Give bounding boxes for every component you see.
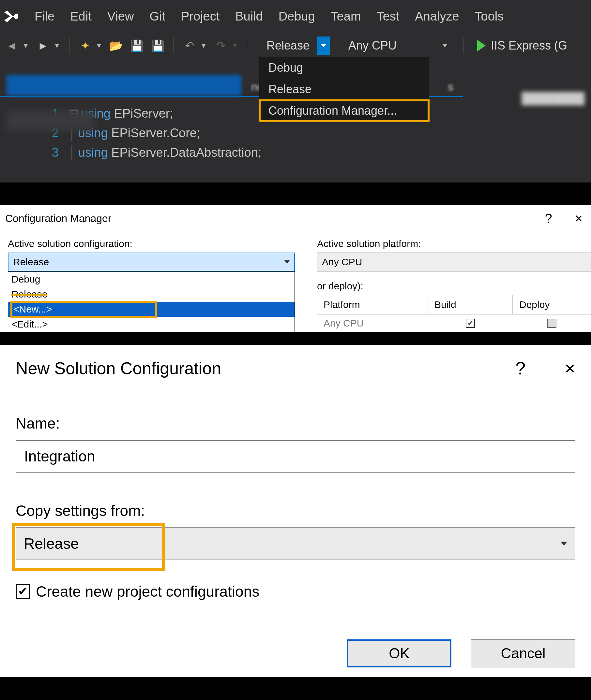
name-label: Name: [16,414,575,432]
dropdown-item-config-manager[interactable]: Configuration Manager... [259,100,429,122]
run-target-label: IIS Express (G [491,39,567,53]
menu-team[interactable]: Team [331,9,361,23]
solution-platform-selector[interactable]: Any CPU [341,36,455,55]
menu-build[interactable]: Build [235,9,263,23]
chevron-down-icon[interactable]: ▼ [54,42,61,50]
col-deploy[interactable]: Deploy [513,295,591,314]
code-text: EPiServer.Core; [108,126,200,140]
redo-icon[interactable]: ↷ [214,38,228,53]
solution-config-dropdown: Debug Release Configuration Manager... [259,57,429,122]
dialog-title: New Solution Configuration [16,359,221,378]
undo-icon[interactable]: ↶ [182,38,197,53]
copy-from-value: Release [24,535,79,552]
list-item-new[interactable]: <New...> [8,302,294,317]
new-item-icon[interactable]: ✦ [78,38,92,53]
tab-text-truncated: s [448,80,453,96]
dropdown-item-release[interactable]: Release [259,79,429,100]
chevron-down-icon[interactable]: ▼ [95,42,103,50]
toolbar: ◄ ▼ ► ▼ ✦ ▼ 📂 💾 💾 ↶ ▼ ↷ ▼ Release Debug … [0,32,591,59]
deploy-checkbox[interactable] [547,319,556,328]
tab-overflow-blurred: ████████ [522,92,585,104]
dialog-titlebar: New Solution Configuration ? × [16,358,575,379]
play-icon [477,40,486,52]
menu-git[interactable]: Git [149,9,166,23]
visual-studio-window: File Edit View Git Project Build Debug T… [0,0,591,182]
copy-from-label: Copy settings from: [16,502,575,520]
name-input[interactable]: Integration [16,440,575,473]
menu-view[interactable]: View [107,9,134,23]
project-grid-header: Platform Build Deploy [317,295,591,314]
cancel-button[interactable]: Cancel [471,639,575,668]
new-solution-configuration-dialog: New Solution Configuration ? × Name: Int… [0,345,591,677]
solution-config-value: Release [266,39,310,53]
active-tab-blurred[interactable] [6,75,241,96]
menu-debug[interactable]: Debug [278,9,315,23]
active-config-label: Active solution configuration: [8,238,302,249]
col-build[interactable]: Build [428,295,513,314]
grid-hint-text: or deploy): [317,281,591,292]
separator [463,37,463,54]
open-folder-icon[interactable]: 📂 [109,38,123,53]
active-platform-select[interactable]: Any CPU [317,252,591,271]
close-icon[interactable]: × [565,358,575,379]
list-item-debug[interactable]: Debug [8,272,294,287]
active-config-select[interactable]: Release [8,252,295,271]
separator [69,37,69,54]
chevron-down-icon[interactable]: ▼ [231,42,239,50]
chevron-down-icon [442,44,448,47]
menu-file[interactable]: File [35,9,55,23]
ok-button[interactable]: OK [347,639,451,668]
run-button[interactable]: IIS Express (G [472,39,567,53]
dialog-title: Configuration Manager [5,213,112,225]
create-new-project-configs-row[interactable]: ✔ Create new project configurations [16,583,575,600]
name-input-value: Integration [24,448,95,465]
breadcrumb-blurred [6,111,94,130]
chevron-down-icon[interactable]: ▼ [22,42,29,50]
dialog-titlebar: Configuration Manager ? × [0,205,591,232]
code-lines: ⊟using EPiServer; │using EPiServer.Core;… [68,104,262,162]
checkbox-icon[interactable]: ✔ [16,584,30,599]
code-text: EPiServer; [111,106,173,120]
close-icon[interactable]: × [575,211,583,226]
save-icon[interactable]: 💾 [130,38,144,53]
active-config-value: Release [13,256,49,267]
menu-project[interactable]: Project [181,9,219,23]
solution-config-selector[interactable]: Release [259,36,335,55]
dropdown-button-icon[interactable] [317,36,330,55]
keyword: using [78,146,108,159]
line-number: 3 [0,143,59,162]
configuration-manager-dialog: Configuration Manager ? × Active solutio… [0,205,591,332]
col-platform[interactable]: Platform [317,295,428,314]
chevron-down-icon[interactable]: ▼ [200,42,207,50]
code-text: EPiServer.DataAbstraction; [108,146,262,159]
help-icon[interactable]: ? [545,211,552,226]
separator [247,37,247,54]
help-icon[interactable]: ? [515,358,525,379]
nav-back-icon[interactable]: ◄ [5,38,19,53]
save-all-icon[interactable]: 💾 [151,38,165,53]
menu-edit[interactable]: Edit [70,9,91,23]
vs-logo-icon [3,8,19,24]
active-config-dropdown-list: Debug Release <New...> <Edit...> [8,271,295,332]
project-grid-row: Any CPU ✔ [317,314,591,332]
list-item-release[interactable]: Release [8,287,294,302]
cell-platform[interactable]: Any CPU [317,318,428,329]
checkbox-label: Create new project configurations [36,583,259,600]
menu-analyze[interactable]: Analyze [415,9,459,23]
menu-bar: File Edit View Git Project Build Debug T… [0,0,591,32]
nav-forward-icon[interactable]: ► [36,38,50,53]
dialog-button-row: OK Cancel [16,639,575,668]
build-checkbox[interactable]: ✔ [466,319,475,328]
separator [174,37,174,54]
list-item-edit[interactable]: <Edit...> [8,317,294,332]
chevron-down-icon [561,542,567,546]
dropdown-item-debug[interactable]: Debug [259,57,429,79]
solution-platform-value: Any CPU [348,39,397,53]
menu-tools[interactable]: Tools [475,9,504,23]
active-platform-label: Active solution platform: [317,238,591,249]
active-platform-value: Any CPU [322,256,362,267]
menu-test[interactable]: Test [377,9,400,23]
copy-from-select[interactable]: Release [16,527,575,560]
chevron-down-icon [284,260,289,264]
